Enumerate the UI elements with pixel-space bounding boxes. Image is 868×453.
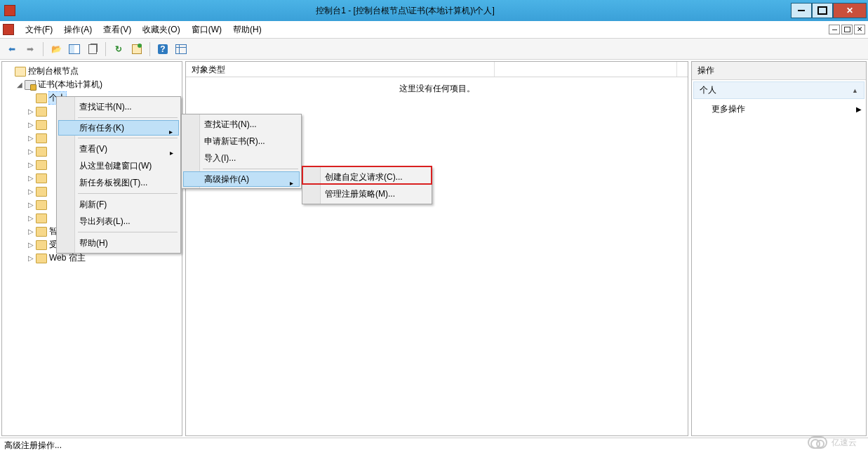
- ctx2-advanced[interactable]: 高级操作(A): [183, 171, 300, 187]
- mdi-restore-button[interactable]: [841, 25, 853, 34]
- toolbar-refresh-button[interactable]: [111, 41, 126, 57]
- ctx1-help[interactable]: 帮助(H): [58, 235, 179, 251]
- window-close-button[interactable]: [833, 3, 867, 18]
- ctx3-manage-policies[interactable]: 管理注册策略(M)...: [304, 185, 430, 202]
- toolbar-export-button[interactable]: [129, 41, 145, 57]
- status-bar: 高级注册操作...: [0, 438, 868, 453]
- watermark-text: 亿速云: [832, 437, 857, 449]
- toolbar-back-button[interactable]: [4, 41, 20, 57]
- toolbar-properties-button[interactable]: [85, 41, 100, 57]
- tree-root-label: 控制台根节点: [28, 65, 79, 77]
- context-menu-3: 创建自定义请求(C)... 管理注册策略(M)...: [302, 166, 432, 204]
- menu-help[interactable]: 帮助(H): [227, 22, 267, 38]
- window-maximize-button[interactable]: [812, 3, 833, 18]
- context-menu-2: 查找证书(N)... 申请新证书(R)... 导入(I)... 高级操作(A): [181, 114, 302, 189]
- mdi-close-button[interactable]: [854, 25, 865, 34]
- tree-root[interactable]: 控制台根节点: [4, 65, 180, 78]
- collapse-icon: ▲: [852, 87, 858, 94]
- ctx2-import[interactable]: 导入(I)...: [183, 150, 300, 166]
- toolbar-view-button[interactable]: [173, 41, 189, 57]
- ctx2-find-cert[interactable]: 查找证书(N)...: [183, 116, 300, 133]
- title-bar: 控制台1 - [控制台根节点\证书(本地计算机)\个人]: [0, 0, 868, 21]
- toolbar-help-button[interactable]: [155, 41, 171, 57]
- tree-web-host-label: Web 宿主: [49, 252, 86, 264]
- ctx1-refresh[interactable]: 刷新(F): [58, 196, 179, 213]
- toolbar: [0, 39, 868, 60]
- ctx1-new-taskpad[interactable]: 新任务板视图(T)...: [58, 174, 179, 191]
- tree-cert-root-label: 证书(本地计算机): [38, 79, 102, 91]
- window-title: 控制台1 - [控制台根节点\证书(本地计算机)\个人]: [20, 5, 791, 17]
- menu-bar: 文件(F) 操作(A) 查看(V) 收藏夹(O) 窗口(W) 帮助(H): [0, 21, 868, 39]
- window-minimize-button[interactable]: [791, 3, 812, 18]
- actions-title: 操作: [692, 62, 866, 80]
- menu-view[interactable]: 查看(V): [98, 22, 137, 38]
- context-menu-1: 查找证书(N)... 所有任务(K) 查看(V) 从这里创建窗口(W) 新任务板…: [56, 96, 181, 254]
- actions-pane: 操作 个人 ▲ 更多操作 ▶: [691, 61, 867, 436]
- column-blank[interactable]: [495, 62, 677, 77]
- menu-file[interactable]: 文件(F): [20, 22, 58, 38]
- ctx1-view[interactable]: 查看(V): [58, 140, 179, 157]
- actions-context-header[interactable]: 个人 ▲: [693, 81, 864, 99]
- menu-favorites[interactable]: 收藏夹(O): [137, 22, 185, 38]
- ctx2-request-cert[interactable]: 申请新证书(R)...: [183, 133, 300, 150]
- empty-message: 这里没有任何项目。: [186, 77, 688, 95]
- column-object-type[interactable]: 对象类型: [186, 62, 495, 77]
- submenu-arrow-icon: ▶: [856, 105, 862, 113]
- watermark-logo-icon: [808, 436, 827, 449]
- ctx1-find-cert[interactable]: 查找证书(N)...: [58, 98, 179, 115]
- ctx3-create-custom-request[interactable]: 创建自定义请求(C)...: [304, 169, 430, 185]
- menu-action[interactable]: 操作(A): [58, 22, 98, 38]
- toolbar-up-button[interactable]: [48, 41, 64, 57]
- toolbar-forward-button[interactable]: [22, 41, 38, 57]
- actions-more-label: 更多操作: [712, 103, 745, 115]
- ctx1-export[interactable]: 导出列表(L)...: [58, 213, 179, 230]
- status-text: 高级注册操作...: [4, 440, 62, 452]
- list-header: 对象类型: [186, 62, 688, 77]
- actions-context-label: 个人: [700, 84, 716, 96]
- ctx1-all-tasks[interactable]: 所有任务(K): [58, 120, 179, 136]
- app-icon: [4, 5, 15, 16]
- tree-cert-root[interactable]: ◢ 证书(本地计算机): [4, 78, 180, 91]
- menu-window[interactable]: 窗口(W): [186, 22, 227, 38]
- actions-more[interactable]: 更多操作 ▶: [692, 100, 866, 118]
- ctx1-new-window[interactable]: 从这里创建窗口(W): [58, 157, 179, 174]
- mdi-minimize-button[interactable]: [829, 25, 840, 34]
- mdi-app-icon: [3, 24, 14, 35]
- watermark: 亿速云: [808, 436, 857, 449]
- toolbar-showhide-tree-button[interactable]: [67, 41, 82, 57]
